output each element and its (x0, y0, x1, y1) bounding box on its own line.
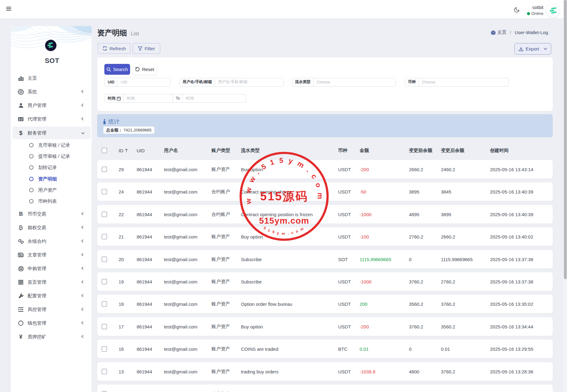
svg-text:515ym.com: 515ym.com (263, 225, 307, 236)
svg-text:515源码: 515源码 (260, 190, 308, 203)
svg-text:515ym.com: 515ym.com (259, 216, 309, 225)
